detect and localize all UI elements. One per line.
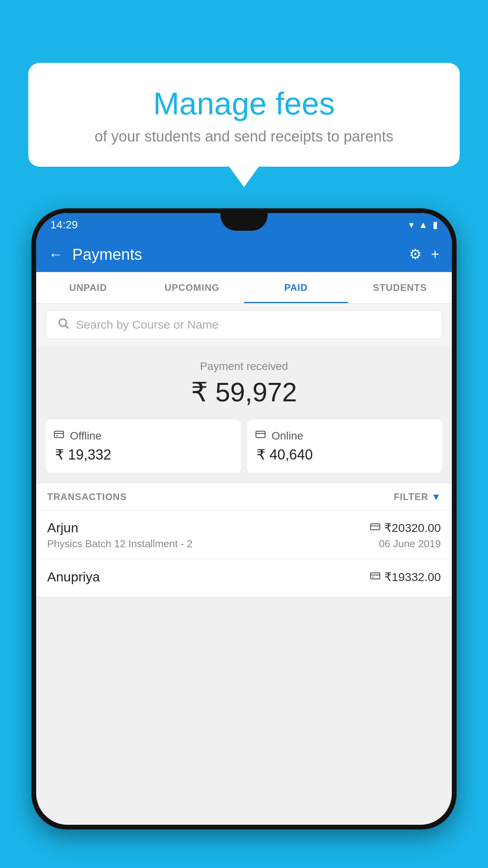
table-row[interactable]: Anupriya ₹19332.00 bbox=[36, 560, 452, 597]
transaction-name: Arjun bbox=[47, 520, 78, 535]
filter-label: FILTER bbox=[394, 491, 428, 502]
notch bbox=[220, 213, 268, 231]
phone-frame: 14:29 ▾ ▲ ▮ ← Payments ⚙ + UNPAID bbox=[31, 208, 457, 829]
phone-container: 14:29 ▾ ▲ ▮ ← Payments ⚙ + UNPAID bbox=[31, 208, 457, 868]
app-title: Payments bbox=[72, 246, 400, 263]
svg-rect-5 bbox=[256, 431, 265, 438]
online-label: Online bbox=[272, 430, 303, 442]
transaction-date: 06 June 2019 bbox=[379, 538, 441, 550]
signal-icon: ▲ bbox=[418, 219, 428, 230]
status-bar: 14:29 ▾ ▲ ▮ bbox=[36, 213, 452, 237]
online-amount: ₹ 40,640 bbox=[255, 447, 435, 463]
filter-button[interactable]: FILTER ▼ bbox=[394, 491, 441, 502]
search-input[interactable]: Search by Course or Name bbox=[76, 318, 219, 331]
svg-point-0 bbox=[59, 319, 66, 326]
payment-cards: Offline ₹ 19,332 Online ₹ bbox=[36, 419, 452, 484]
transaction-amount-wrap: ₹20320.00 bbox=[370, 521, 441, 535]
back-button[interactable]: ← bbox=[49, 246, 63, 263]
tab-paid[interactable]: PAID bbox=[244, 272, 348, 303]
tab-unpaid[interactable]: UNPAID bbox=[36, 272, 140, 303]
bubble-title: Manage fees bbox=[48, 86, 440, 121]
transaction-amount-wrap: ₹19332.00 bbox=[370, 570, 441, 584]
online-payment-icon bbox=[370, 522, 380, 533]
transaction-course: Physics Batch 12 Installment - 2 bbox=[47, 538, 193, 550]
speech-bubble: Manage fees of your students and send re… bbox=[28, 63, 460, 167]
offline-card: Offline ₹ 19,332 bbox=[46, 419, 241, 473]
online-icon bbox=[255, 429, 266, 443]
wifi-icon: ▾ bbox=[409, 219, 414, 230]
search-box[interactable]: Search by Course or Name bbox=[46, 311, 442, 339]
transaction-amount: ₹19332.00 bbox=[384, 570, 441, 584]
settings-button[interactable]: ⚙ bbox=[409, 246, 422, 263]
transaction-amount: ₹20320.00 bbox=[384, 521, 441, 535]
transactions-header: TRANSACTIONS FILTER ▼ bbox=[36, 484, 452, 511]
status-time: 14:29 bbox=[50, 219, 78, 231]
phone-screen: 14:29 ▾ ▲ ▮ ← Payments ⚙ + UNPAID bbox=[36, 213, 452, 825]
offline-icon bbox=[53, 429, 64, 443]
transaction-name: Anupriya bbox=[47, 569, 100, 585]
filter-icon: ▼ bbox=[431, 491, 441, 502]
svg-rect-2 bbox=[54, 431, 63, 438]
tabs-bar: UNPAID UPCOMING PAID STUDENTS bbox=[36, 272, 452, 303]
svg-rect-7 bbox=[371, 524, 380, 530]
bubble-subtitle: of your students and send receipts to pa… bbox=[48, 128, 440, 145]
status-icons: ▾ ▲ ▮ bbox=[409, 219, 438, 230]
payment-section: Payment received ₹ 59,972 bbox=[36, 346, 452, 419]
battery-icon: ▮ bbox=[433, 219, 438, 230]
app-bar: ← Payments ⚙ + bbox=[36, 237, 452, 272]
svg-line-1 bbox=[66, 326, 68, 328]
svg-rect-9 bbox=[371, 573, 380, 579]
tab-students[interactable]: STUDENTS bbox=[348, 272, 452, 303]
offline-label: Offline bbox=[70, 430, 101, 442]
payment-total-amount: ₹ 59,972 bbox=[46, 377, 442, 408]
offline-payment-icon bbox=[370, 572, 380, 583]
search-container: Search by Course or Name bbox=[36, 303, 452, 346]
add-button[interactable]: + bbox=[431, 246, 439, 263]
offline-amount: ₹ 19,332 bbox=[53, 447, 233, 463]
tab-upcoming[interactable]: UPCOMING bbox=[140, 272, 244, 303]
table-row[interactable]: Arjun ₹20320.00 Physics Batch 12 Install… bbox=[36, 511, 452, 560]
online-card: Online ₹ 40,640 bbox=[247, 419, 442, 473]
search-icon bbox=[57, 317, 70, 333]
transactions-label: TRANSACTIONS bbox=[47, 491, 127, 502]
payment-label: Payment received bbox=[46, 360, 442, 373]
